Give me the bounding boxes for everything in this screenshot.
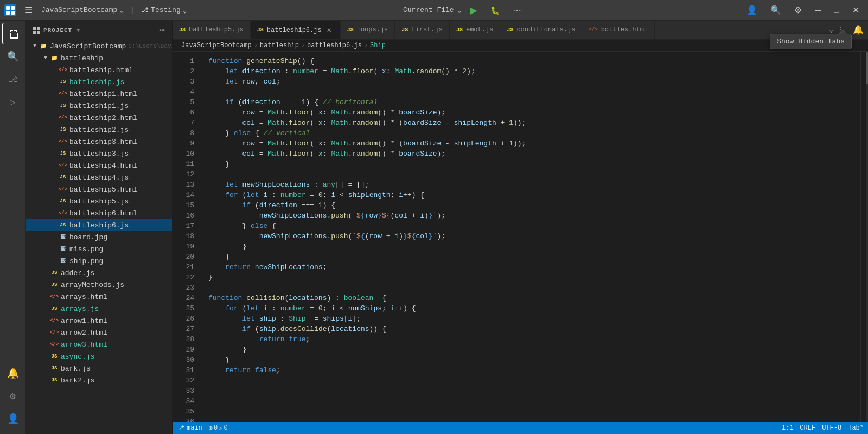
status-branch[interactable]: ⎇ main: [177, 424, 202, 432]
tree-battleship5-html[interactable]: </> battleship5.html: [26, 183, 172, 195]
battleship1-html-label: battleship1.html: [69, 90, 137, 98]
battleship-html-label: battleship.html: [69, 66, 133, 74]
activity-settings[interactable]: ⚙: [2, 385, 24, 407]
tree-arrays-html[interactable]: </> arrays.html: [26, 291, 172, 303]
battleship5-html-label: battleship5.html: [69, 186, 137, 194]
code-content[interactable]: function generateShip() { let direction …: [200, 52, 860, 422]
activity-notifications[interactable]: 🔔: [2, 362, 24, 384]
more-actions-button[interactable]: ⋯: [508, 3, 526, 17]
battleship2-html-label: battleship2.html: [69, 114, 137, 122]
tab-emot[interactable]: JS emot.js: [450, 21, 500, 39]
html-icon: </>: [59, 185, 67, 194]
activity-git[interactable]: ⎇: [2, 68, 24, 90]
status-errors[interactable]: ⊗ 0 ⚠ 0: [209, 424, 228, 432]
tree-battleship3-js[interactable]: JS battleship3.js: [26, 148, 172, 159]
activity-run[interactable]: ▷: [2, 91, 24, 113]
tab-close-battleship6[interactable]: ✕: [325, 25, 334, 35]
breadcrumb-root[interactable]: JavaScriptBootcamp: [181, 42, 252, 49]
tab-first[interactable]: JS first.js: [395, 21, 450, 39]
branch-switcher[interactable]: ⎇ Testing ⌄: [141, 6, 187, 15]
status-indent[interactable]: Tab*: [848, 424, 864, 432]
tab-battleship6-label: battleship6.js: [267, 27, 322, 34]
root-label: JavaScriptBootcamp: [50, 42, 126, 50]
tree-board-jpg[interactable]: 🖼 board.jpg: [26, 231, 172, 243]
run-configuration[interactable]: Current File ⌄: [403, 6, 461, 15]
breadcrumb-battleship[interactable]: battleship: [260, 42, 299, 49]
search-button[interactable]: 🔍: [766, 3, 786, 17]
close-button[interactable]: ✕: [848, 3, 864, 17]
miss-png-label: miss.png: [69, 245, 103, 253]
svg-rect-1: [11, 6, 15, 10]
img-icon: 🖼: [59, 257, 67, 265]
tree-battleship-js[interactable]: JS battleship.js: [26, 76, 172, 88]
sidebar-more[interactable]: ⋯: [159, 25, 165, 36]
tree-async-js[interactable]: JS async.js: [26, 350, 172, 362]
tree-battleship1-html[interactable]: </> battleship1.html: [26, 88, 172, 100]
tab-loops[interactable]: JS loops.js: [341, 21, 395, 39]
breadcrumb-symbol[interactable]: Ship: [370, 42, 386, 49]
settings-button[interactable]: ⚙: [790, 3, 806, 17]
status-branch-name: main: [187, 424, 202, 432]
tree-battleship2-js[interactable]: JS battleship2.js: [26, 124, 172, 136]
minimize-button[interactable]: ─: [810, 3, 825, 17]
status-position[interactable]: 1:1: [782, 424, 794, 432]
account-button[interactable]: 👤: [742, 3, 762, 17]
project-switcher[interactable]: JavaScriptBootcamp ⌄: [41, 6, 124, 15]
js-icon: JS: [50, 269, 59, 277]
tree-ship-png[interactable]: 🖼 ship.png: [26, 255, 172, 267]
battleship6-js-label: battleship6.js: [69, 221, 129, 229]
tree-bark-js[interactable]: JS bark.js: [26, 362, 172, 374]
html-icon: </>: [59, 137, 67, 146]
main-layout: 🔍 ⎇ ▷ 🔔 ⚙ 👤 Project ▼ ⋯ ▼ 📁 JavaScriptBo…: [0, 21, 868, 434]
html-icon: </>: [50, 292, 59, 301]
tree-arrays-js[interactable]: JS arrays.js: [26, 303, 172, 315]
tree-arrow3-html[interactable]: </> arrow3.html: [26, 339, 172, 350]
tree-arrow2-html[interactable]: </> arrow2.html: [26, 327, 172, 339]
battleship2-js-label: battleship2.js: [69, 126, 129, 134]
tab-bar: JS battleship5.js JS battleship6.js ✕ JS…: [173, 21, 868, 40]
maximize-button[interactable]: □: [829, 3, 844, 17]
hamburger-menu[interactable]: ☰: [21, 3, 37, 17]
status-bar: ⎇ main ⊗ 0 ⚠ 0 1:1 CRLF UTF-8 Tab*: [173, 422, 868, 434]
tree-adder-js[interactable]: JS adder.js: [26, 267, 172, 279]
battleship4-js-label: battleship4.js: [69, 174, 129, 182]
error-count: 0: [214, 424, 218, 432]
run-button[interactable]: ▶: [465, 2, 482, 18]
battleship3-js-label: battleship3.js: [69, 150, 129, 158]
tab-js-icon: JS: [257, 27, 264, 33]
tree-arrayMethods-js[interactable]: JS arrayMethods.js: [26, 279, 172, 291]
tree-battleship1-js[interactable]: JS battleship1.js: [26, 100, 172, 112]
activity-explorer[interactable]: [2, 23, 24, 44]
tree-battleship5-js[interactable]: JS battleship5.js: [26, 195, 172, 207]
tree-bark2-js[interactable]: JS bark2.js: [26, 374, 172, 386]
debug-button[interactable]: 🐛: [486, 4, 504, 17]
activity-account[interactable]: 👤: [2, 408, 24, 430]
tab-battleship6[interactable]: JS battleship6.js ✕: [251, 21, 341, 39]
tree-miss-png[interactable]: 🖼 miss.png: [26, 243, 172, 255]
tree-arrow1-html[interactable]: </> arrow1.html: [26, 315, 172, 327]
battleship5-js-label: battleship5.js: [69, 197, 129, 206]
js-icon: JS: [59, 149, 67, 158]
status-charset[interactable]: UTF-8: [822, 424, 841, 432]
tree-battleship-folder[interactable]: ▼ 📁 battleship: [26, 52, 172, 64]
tree-battleship3-html[interactable]: </> battleship3.html: [26, 136, 172, 148]
tree-root[interactable]: ▼ 📁 JavaScriptBootcamp C:\Users\David Wa…: [26, 40, 172, 52]
run-config-label: Current File: [403, 6, 454, 14]
tab-bottles[interactable]: </> bottles.html: [582, 21, 655, 39]
status-crlf[interactable]: CRLF: [800, 424, 815, 432]
tree-battleship2-html[interactable]: </> battleship2.html: [26, 112, 172, 124]
svg-rect-2: [6, 11, 10, 15]
js-icon: JS: [59, 125, 67, 134]
tree-battleship4-js[interactable]: JS battleship4.js: [26, 171, 172, 183]
activity-search[interactable]: 🔍: [2, 46, 24, 67]
breadcrumb-file[interactable]: battleship6.js: [307, 42, 362, 49]
tree-battleship6-html[interactable]: </> battleship6.html: [26, 207, 172, 219]
tree-battleship4-html[interactable]: </> battleship4.html: [26, 159, 172, 171]
tree-battleship6-js[interactable]: JS battleship6.js: [26, 219, 172, 231]
tab-battleship5[interactable]: JS battleship5.js: [173, 21, 251, 39]
svg-rect-0: [6, 6, 10, 10]
tab-conditionals[interactable]: JS conditionals.js: [500, 21, 582, 39]
tree-battleship-html[interactable]: </> battleship.html: [26, 64, 172, 76]
html-icon: </>: [59, 90, 67, 98]
tab-loops-label: loops.js: [357, 26, 388, 34]
